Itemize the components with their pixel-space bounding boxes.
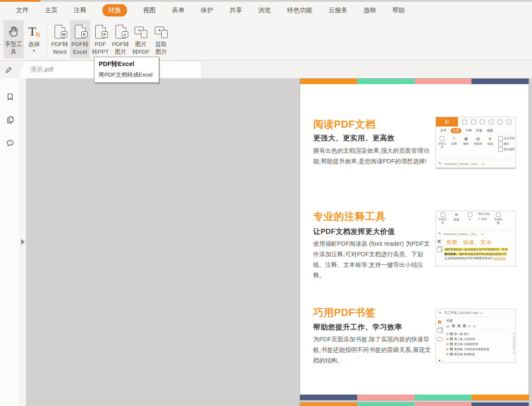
menu-features[interactable]: 特色功能 [287, 6, 312, 14]
section1-body: 拥有出色的文档渲染效果,强大的页面管理功能,帮助提升效率,是您阅读PDF的理想选… [313, 145, 434, 167]
mini-pencil-icon: ✎ [438, 311, 442, 315]
document-canvas[interactable]: 阅读PDF文档 更强大、更实用、更高效 拥有出色的文档渲染效果,强大的页面管理功… [26, 78, 532, 406]
ppt-badge: P [102, 31, 108, 38]
tooltip-description: 将PDF文档转成Excel [99, 71, 154, 79]
bookmark-item-icon [450, 348, 453, 351]
bookmarks-panel-button[interactable] [5, 92, 15, 102]
page-top-stripes [300, 79, 529, 84]
image-to-pdf-button[interactable]: ▴ 图片转PDF [131, 20, 151, 58]
mini-toolbar: 手型工具 ⊕缩放 ▾ TI 打字机 ✎ 高亮 文件转换 [436, 211, 515, 230]
pdf-to-image-button[interactable]: ▴ PDF转图片 [110, 20, 131, 58]
section2-body: 使用福昕PDF阅读器 (foxit reader) 为PDF文件添加注释,可对P… [313, 239, 434, 281]
image-badge-icon: ▴ [122, 31, 128, 38]
mini-link: 提供批量 [494, 257, 505, 260]
menu-convert[interactable]: 转换 [102, 4, 127, 16]
mini-sidebar [436, 237, 443, 262]
mini-menu-bar: 文件 主页 注释 转换 视图 [436, 126, 515, 135]
doc-word-icon: W [55, 25, 65, 38]
annotate-pencil-icon[interactable] [4, 64, 14, 74]
toolbar-divider [47, 22, 47, 57]
hand-icon [7, 23, 20, 41]
bookmark-item-icon [450, 343, 453, 346]
mini-tab-row: ✎ Datasheet_Reader_CN.p... × [436, 230, 515, 237]
open-icon [462, 120, 467, 124]
select-text-icon: T [28, 25, 39, 39]
menu-browse[interactable]: 浏览 [258, 6, 271, 14]
tooltip-title: PDF转Excel [99, 60, 154, 68]
hand-tool-label: 手型工具 [3, 41, 24, 56]
foxit-logo: G [436, 117, 458, 126]
export-icon [498, 120, 502, 124]
extract-image-button[interactable]: ▴ 提取图片 [151, 20, 171, 58]
menu-present[interactable]: 放映 [364, 6, 376, 14]
document-tab-bar: 演示.pdf [0, 60, 532, 78]
extract-image-icon: ▴ [155, 25, 168, 38]
menu-cloud[interactable]: 云服务 [328, 6, 347, 14]
word-badge: W [61, 31, 67, 38]
mail-icon [489, 120, 493, 124]
menu-comment[interactable]: 注释 [74, 6, 86, 14]
menu-view[interactable]: 视图 [143, 6, 156, 14]
mini-scroll-down-icon: ▼ [438, 359, 441, 362]
mini-bookmark-icon-active [438, 321, 441, 324]
select-tool-button[interactable]: T 选择 ▾ [24, 20, 44, 58]
section1-subheading: 更强大、更实用、更高效 [313, 133, 395, 143]
comments-panel-button[interactable] [5, 138, 15, 148]
mini-close-icon: × [481, 232, 483, 236]
menu-home[interactable]: 主页 [45, 6, 58, 14]
excel-badge: E [81, 31, 88, 38]
mini-comment-icon [437, 337, 442, 341]
pdf-page-1: 阅读PDF文档 更强大、更实用、更高效 拥有出色的文档渲染效果,强大的页面管理功… [300, 79, 529, 400]
ribbon-toolbar: 手型工具 T 选择 ▾ W PDF转Word E PDF转Excel P PDF… [0, 19, 532, 60]
mini-view-options: 适合页面 重排 旋转视图 [498, 136, 515, 152]
menu-protect[interactable]: 保护 [201, 6, 213, 14]
pdf-to-excel-button[interactable]: E PDF转Excel [70, 20, 90, 58]
bookmark-item-icon [450, 353, 453, 357]
document-tab-label: 演示.pdf [30, 60, 53, 78]
bookmark-item-icon [450, 332, 453, 336]
page-bottom-stripes [300, 395, 529, 400]
menu-form[interactable]: 表单 [172, 6, 185, 14]
mini-scrollbar: ∧∨ [513, 332, 515, 354]
pdf-to-word-button[interactable]: W PDF转Word [50, 20, 70, 58]
print-icon [480, 120, 485, 124]
pdf-to-ppt-button[interactable]: P PDF转PPT [90, 20, 110, 58]
menu-share[interactable]: 共享 [229, 6, 242, 14]
hand-tool-button[interactable]: 手型工具 [3, 20, 24, 58]
select-tool-label: 选择 [28, 41, 40, 48]
section3-subheading: 帮助您提升工作、学习效率 [313, 322, 402, 332]
panel-expand-arrow-icon[interactable] [21, 239, 25, 245]
mini-sidebar: ▼ [436, 317, 444, 363]
thumbnail-annotation-ui: 手型工具 ⊕缩放 ▾ TI 打字机 ✎ 高亮 文件转换 ✎ Datasheet_… [436, 211, 516, 266]
mini-pages-icon [438, 328, 442, 333]
image-to-doc-icon: ▴ [135, 25, 147, 38]
menu-help[interactable]: 帮助 [392, 6, 405, 14]
doc-image-icon: ▴ [116, 25, 126, 38]
mini-pencil-icon: ✎ [438, 162, 442, 166]
section1-heading: 阅读PDF文档 [313, 118, 376, 131]
mini-tab-row: ✎ Datasheet_Reader_CN.p... × [436, 160, 515, 167]
mini-doc-heading: 免费、快速、安全 [446, 239, 515, 246]
thumbnail-bookmarks-ui: ✎ 员工手册_20120917.pdf × ▼ 书签 ▤AA ⊞第一章 简介 [436, 309, 516, 363]
chevron-down-icon: ▾ [33, 49, 35, 53]
bookmark-item-icon [450, 337, 453, 341]
mini-toolbar: 手型工具 T选择 ▣截图 ▤剪贴板 ⊕缩放 适合页面 重排 旋转视图 [436, 135, 515, 160]
pdf-to-excel-tooltip: PDF转Excel 将PDF文档转成Excel [94, 57, 159, 83]
titlebar-icons [458, 120, 515, 124]
menu-file[interactable]: 文件 [16, 6, 29, 14]
bookmarks-panel-toolbar: ▤AA [446, 324, 515, 330]
section3-heading: 巧用PDF书签 [313, 306, 376, 319]
mini-bookmark-icon [438, 240, 441, 244]
undo-icon [507, 120, 511, 124]
mini-tab-row: ✎ 员工手册_20120917.pdf × [436, 309, 515, 317]
pages-panel-button[interactable] [5, 115, 15, 125]
mini-pages-icon [437, 247, 441, 252]
pdf-page-2 [300, 403, 529, 406]
mini-close-icon: × [481, 311, 483, 315]
thumbnail-reader-ui: G 文件 主页 注释 转换 视图 手型工具 T选择 [436, 117, 516, 169]
section3-body: 为PDF页面添加书签,除了实现内容的快速导航,书签还能指明不同书签的层级关系,展… [313, 334, 434, 366]
menu-bar: 文件 主页 注释 转换 视图 表单 保护 共享 浏览 特色功能 云服务 放映 帮… [0, 2, 532, 19]
bookmarks-panel-title: 书签 [446, 318, 515, 323]
section2-heading: 专业的注释工具 [313, 210, 386, 223]
doc-excel-icon: E [75, 25, 85, 38]
